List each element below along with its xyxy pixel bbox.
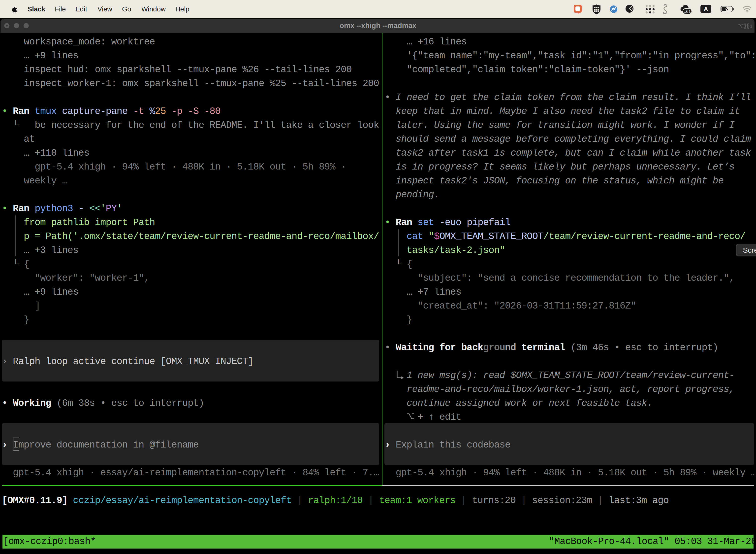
svg-text:A: A — [704, 6, 708, 12]
svg-text:..61: ..61 — [684, 9, 691, 14]
svg-text:1: 1 — [750, 23, 752, 29]
